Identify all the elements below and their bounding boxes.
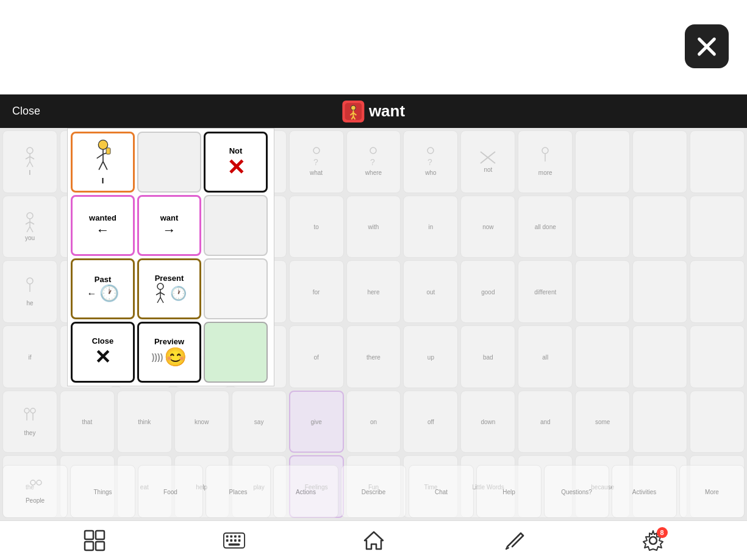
bg-cell-more[interactable]: more <box>518 130 573 193</box>
bg-cell-to[interactable]: to <box>289 196 344 258</box>
bg-cell-know[interactable]: know <box>174 391 229 453</box>
bg-cell-bad[interactable]: bad <box>460 325 515 388</box>
category-places[interactable]: Places <box>206 465 271 518</box>
svg-line-39 <box>27 227 30 232</box>
category-more[interactable]: More <box>679 465 745 518</box>
svg-rect-76 <box>238 539 240 542</box>
bg-cell-empty-r3c12[interactable] <box>632 260 687 323</box>
popup-cell-present[interactable]: Present 🕐 <box>137 258 201 319</box>
bg-cell-empty-r4c12[interactable] <box>632 325 687 388</box>
preview-face-icon: )))) 😊 <box>152 346 187 367</box>
svg-marker-78 <box>365 532 383 549</box>
category-questions[interactable]: Questions? <box>544 465 609 518</box>
bg-cell-think[interactable]: think <box>117 391 172 453</box>
bg-cell-all[interactable]: all <box>518 325 573 388</box>
popup-cell-preview[interactable]: Preview )))) 😊 <box>137 322 201 383</box>
bg-cell-and[interactable]: and <box>518 391 573 453</box>
category-things[interactable]: Things <box>70 465 135 518</box>
pencil-button[interactable] <box>490 525 537 556</box>
bg-cell-empty-r1c12[interactable] <box>632 130 687 193</box>
bg-cell-empty-r2c12[interactable] <box>632 196 687 258</box>
bg-cell-some[interactable]: some <box>575 391 630 453</box>
bg-cell-empty-r5c12[interactable] <box>632 391 687 453</box>
bg-cell-empty-r3c11[interactable] <box>575 260 630 323</box>
svg-rect-53 <box>106 147 110 154</box>
past-clock-icon: ← 🕐 <box>87 284 119 303</box>
bg-cell-empty-r1c13[interactable] <box>690 130 745 193</box>
bg-cell-where[interactable]: ? where <box>346 130 401 193</box>
popup-cell-empty3[interactable] <box>204 258 268 319</box>
bg-cell-in[interactable]: in <box>403 196 458 258</box>
bg-cell-good[interactable]: good <box>460 260 515 323</box>
bg-cell-for[interactable]: for <box>289 260 344 323</box>
keyboard-icon <box>223 530 245 551</box>
popup-cell-past[interactable]: Past ← 🕐 <box>71 258 135 319</box>
settings-button[interactable]: 8 <box>630 525 676 556</box>
bg-cell-now[interactable]: now <box>460 196 515 258</box>
svg-rect-77 <box>228 544 240 546</box>
bg-cell-you[interactable]: you <box>2 196 57 258</box>
bg-cell-empty-r2c13[interactable] <box>690 196 745 258</box>
header-close-button[interactable]: Close <box>12 105 40 118</box>
top-area <box>0 0 747 94</box>
bg-cell-I[interactable]: I <box>2 130 57 193</box>
category-actions[interactable]: Actions <box>273 465 338 518</box>
bg-cell-there[interactable]: there <box>346 325 401 388</box>
close-x-button[interactable] <box>685 24 729 68</box>
svg-point-85 <box>649 537 657 544</box>
popup-cell-empty1[interactable] <box>137 132 201 193</box>
svg-rect-66 <box>85 542 93 550</box>
svg-line-9 <box>26 157 30 159</box>
bg-cell-empty-r4c13[interactable] <box>690 325 745 388</box>
svg-point-62 <box>30 480 35 485</box>
bg-cell-what[interactable]: ? what <box>289 130 344 193</box>
popup-cell-wanted[interactable]: wanted ← <box>71 195 135 256</box>
grid-icon <box>84 530 105 551</box>
bg-cell-different[interactable]: different <box>518 260 573 323</box>
home-button[interactable] <box>351 525 397 556</box>
grid-button[interactable] <box>71 525 118 556</box>
bg-cell-who[interactable]: ? who <box>403 130 458 193</box>
svg-point-56 <box>157 283 163 289</box>
keyboard-button[interactable] <box>211 525 257 556</box>
category-people[interactable]: People <box>2 465 68 518</box>
header-title: want <box>342 101 405 122</box>
bg-cell-alldone[interactable]: all done <box>518 196 573 258</box>
bg-cell-he[interactable]: he <box>2 260 57 323</box>
home-icon <box>363 530 385 551</box>
bg-cell-empty-r5c13[interactable] <box>690 391 745 453</box>
bg-cell-give[interactable]: give <box>289 391 344 453</box>
popup-cell-not[interactable]: Not ✕ <box>204 132 268 193</box>
bg-cell-if[interactable]: if <box>2 325 57 388</box>
svg-line-11 <box>27 161 30 167</box>
category-activities[interactable]: Activities <box>612 465 677 518</box>
popup-cell-i[interactable]: I <box>71 132 135 193</box>
bg-cell-empty-r1c11[interactable] <box>575 130 630 193</box>
svg-text:?: ? <box>370 157 375 167</box>
bg-cell-empty-r4c11[interactable] <box>575 325 630 388</box>
category-chat[interactable]: Chat <box>409 465 474 518</box>
bg-cell-out[interactable]: out <box>403 260 458 323</box>
bg-cell-that[interactable]: that <box>60 391 115 453</box>
bg-cell-on[interactable]: on <box>346 391 401 453</box>
bg-cell-up[interactable]: up <box>403 325 458 388</box>
popup-cell-empty2[interactable] <box>204 195 268 256</box>
bg-cell-off[interactable]: off <box>403 391 458 453</box>
category-describe[interactable]: Describe <box>341 465 406 518</box>
bg-cell-of[interactable]: of <box>289 325 344 388</box>
bg-cell-with[interactable]: with <box>346 196 401 258</box>
category-food[interactable]: Food <box>138 465 203 518</box>
bg-cell-empty-r2c11[interactable] <box>575 196 630 258</box>
popup-cell-green[interactable] <box>204 322 268 383</box>
svg-line-40 <box>30 227 33 232</box>
bg-cell-down[interactable]: down <box>460 391 515 453</box>
popup-cell-close[interactable]: Close ✕ <box>71 322 135 383</box>
bg-cell-here[interactable]: here <box>346 260 401 323</box>
bg-cell-not[interactable]: not <box>460 130 515 193</box>
category-help[interactable]: Help <box>476 465 541 518</box>
svg-rect-72 <box>238 535 240 537</box>
bg-cell-say[interactable]: say <box>232 391 287 453</box>
popup-cell-want[interactable]: want → <box>137 195 201 256</box>
bg-cell-they[interactable]: they <box>2 391 57 453</box>
bg-cell-empty-r3c13[interactable] <box>690 260 745 323</box>
